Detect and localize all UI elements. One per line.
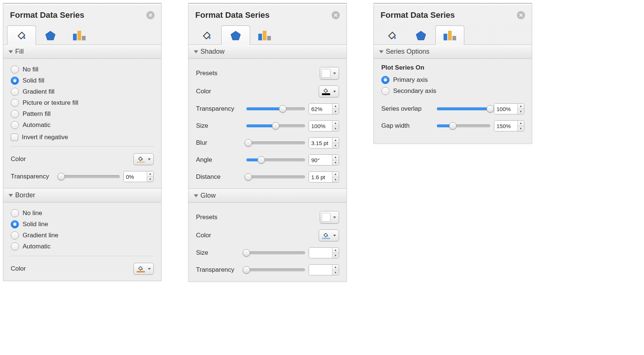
spinner-value[interactable]	[309, 248, 332, 258]
stepper-up-icon[interactable]: ▲	[518, 121, 524, 126]
close-icon[interactable]	[517, 11, 525, 19]
spinner-value[interactable]	[494, 104, 517, 114]
stepper-down-icon[interactable]: ▼	[332, 253, 339, 258]
stepper-down-icon[interactable]: ▼	[147, 177, 153, 182]
shadow-blur-input[interactable]: ▲▼	[309, 137, 339, 148]
radio-automatic-line[interactable]: Automatic	[11, 241, 154, 252]
section-header-series-options[interactable]: Series Options	[374, 44, 532, 59]
checkbox-invert-negative[interactable]: Invert if negative	[11, 132, 154, 143]
spinner-value[interactable]	[309, 265, 332, 275]
stepper-down-icon[interactable]: ▼	[332, 109, 339, 114]
stepper-down-icon[interactable]: ▼	[518, 126, 524, 131]
glow-transparency-slider[interactable]	[246, 266, 305, 274]
gap-width-slider[interactable]	[437, 122, 490, 130]
stepper-down-icon[interactable]: ▼	[332, 160, 339, 165]
section-header-glow[interactable]: Glow	[189, 188, 346, 203]
tab-effects[interactable]	[36, 26, 65, 45]
tab-fill-line[interactable]	[378, 26, 406, 45]
glow-size-slider[interactable]	[246, 249, 305, 257]
radio-gradient-fill[interactable]: Gradient fill	[11, 86, 154, 97]
stepper-up-icon[interactable]: ▲	[518, 104, 524, 109]
radio-label: Gradient fill	[23, 88, 54, 96]
control-label: Distance	[196, 173, 243, 181]
preset-swatch	[322, 213, 331, 222]
series-overlap-slider[interactable]	[437, 105, 490, 113]
spinner-value[interactable]	[309, 104, 332, 114]
stepper-up-icon[interactable]: ▲	[332, 104, 339, 109]
shadow-blur-slider[interactable]	[246, 139, 305, 147]
section-title: Fill	[15, 48, 24, 56]
paint-bucket-icon	[323, 232, 329, 237]
fill-transparency-input[interactable]: ▲ ▼	[123, 171, 154, 182]
section-header-fill[interactable]: Fill	[3, 44, 161, 59]
stepper-up-icon[interactable]: ▲	[147, 171, 153, 177]
chevron-down-icon	[148, 268, 151, 270]
radio-no-fill[interactable]: No fill	[11, 64, 154, 75]
shadow-size-slider[interactable]	[246, 122, 305, 130]
fill-transparency-slider[interactable]	[61, 173, 120, 180]
fill-color-picker[interactable]	[133, 153, 154, 165]
shadow-size-input[interactable]: ▲▼	[309, 120, 339, 131]
stepper-down-icon[interactable]: ▼	[332, 126, 339, 131]
glow-color-picker[interactable]	[319, 230, 339, 241]
section-header-shadow[interactable]: Shadow	[189, 44, 346, 59]
shadow-color-picker[interactable]	[319, 86, 339, 97]
stepper-down-icon[interactable]: ▼	[332, 143, 339, 148]
radio-primary-axis[interactable]: Primary axis	[381, 74, 524, 86]
radio-picture-fill[interactable]: Picture or texture fill	[11, 97, 154, 108]
spinner-value[interactable]	[309, 172, 332, 182]
spinner-value[interactable]	[309, 138, 332, 148]
radio-solid-line[interactable]: Solid line	[11, 219, 154, 230]
spinner-value[interactable]	[494, 121, 517, 131]
tab-series-options[interactable]	[250, 26, 279, 45]
control-label: Size	[196, 249, 243, 257]
shadow-distance-row: Distance ▲▼	[196, 168, 339, 185]
tab-series-options[interactable]	[65, 26, 94, 45]
shadow-distance-input[interactable]: ▲▼	[309, 171, 339, 182]
spinner-value[interactable]	[309, 121, 332, 131]
radio-icon	[381, 76, 389, 84]
radio-no-line[interactable]: No line	[11, 208, 154, 219]
glow-presets-picker[interactable]	[320, 211, 339, 224]
shadow-transparency-slider[interactable]	[246, 105, 305, 113]
shadow-transparency-input[interactable]: ▲▼	[309, 103, 339, 114]
tab-series-options[interactable]	[435, 26, 464, 45]
close-icon[interactable]	[146, 11, 155, 19]
shadow-angle-slider[interactable]	[246, 156, 305, 164]
stepper-up-icon[interactable]: ▲	[332, 265, 339, 270]
stepper-up-icon[interactable]: ▲	[332, 248, 339, 253]
radio-secondary-axis[interactable]: Secondary axis	[381, 86, 524, 97]
shadow-presets-picker[interactable]	[320, 67, 339, 80]
glow-size-input[interactable]: ▲▼	[309, 247, 339, 258]
shadow-angle-input[interactable]: ▲▼	[309, 154, 339, 165]
spinner-value[interactable]	[309, 155, 332, 165]
stepper-up-icon[interactable]: ▲	[332, 172, 339, 177]
series-overlap-input[interactable]: ▲▼	[494, 103, 524, 114]
color-label: Color	[196, 232, 243, 239]
radio-automatic-fill[interactable]: Automatic	[11, 120, 154, 131]
border-color-picker[interactable]	[133, 263, 154, 275]
radio-pattern-fill[interactable]: Pattern fill	[11, 108, 154, 120]
radio-icon	[11, 121, 19, 129]
stepper-down-icon[interactable]: ▼	[332, 177, 339, 182]
glow-transparency-input[interactable]: ▲▼	[309, 264, 339, 275]
stepper-down-icon[interactable]: ▼	[332, 270, 339, 275]
tab-fill-line[interactable]	[192, 26, 221, 45]
stepper-down-icon[interactable]: ▼	[518, 109, 524, 114]
shadow-distance-slider[interactable]	[246, 173, 305, 181]
tab-fill-line[interactable]	[7, 26, 36, 45]
tab-effects[interactable]	[221, 26, 250, 45]
tab-effects[interactable]	[406, 26, 435, 45]
stepper-up-icon[interactable]: ▲	[332, 155, 339, 160]
close-icon[interactable]	[332, 11, 340, 19]
section-header-border[interactable]: Border	[3, 188, 161, 202]
stepper-up-icon[interactable]: ▲	[332, 121, 339, 126]
control-label: Transparency	[196, 266, 243, 274]
gap-width-input[interactable]: ▲▼	[494, 120, 524, 131]
svg-rect-3	[82, 36, 86, 40]
radio-solid-fill[interactable]: Solid fill	[11, 75, 154, 86]
radio-gradient-line[interactable]: Gradient line	[11, 230, 154, 241]
stepper-up-icon[interactable]: ▲	[332, 138, 339, 143]
tab-bar	[3, 23, 161, 44]
spinner-value[interactable]	[124, 171, 147, 182]
